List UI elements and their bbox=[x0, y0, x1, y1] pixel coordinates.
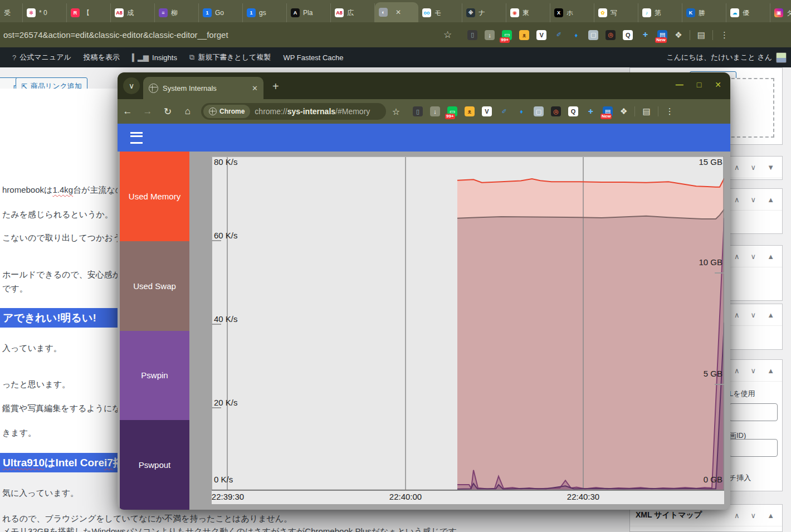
kebab-menu-icon[interactable]: ⋮ bbox=[666, 106, 674, 116]
browser-tab[interactable]: ♪第 bbox=[638, 3, 682, 22]
move-down-icon[interactable]: ∨ bbox=[751, 367, 756, 375]
bookmark-star-icon[interactable]: ☆ bbox=[443, 29, 452, 41]
admin-bar-item[interactable]: ?公式マニュアル bbox=[12, 52, 71, 62]
menu-icon[interactable] bbox=[130, 132, 143, 144]
v-extension-icon[interactable]: V bbox=[482, 106, 492, 116]
tab-search-chevron-button[interactable]: ∨ bbox=[123, 77, 140, 94]
address-bar[interactable]: ost=26574&action=edit&classic-editor&cla… bbox=[0, 30, 443, 40]
browser-tab[interactable]: ✻* 0 bbox=[23, 3, 67, 22]
plus-extension-icon[interactable]: ✚ bbox=[640, 30, 650, 40]
admin-bar-item[interactable]: ▍▂▆Insights bbox=[132, 53, 177, 62]
legend-item-pswpout[interactable]: Pswpout bbox=[120, 420, 189, 510]
greeting-text: こんにちは、たけいまこと さん bbox=[666, 52, 772, 62]
toggle-icon[interactable]: ▲ bbox=[767, 252, 774, 261]
pen-icon[interactable]: ✐ bbox=[554, 30, 564, 40]
hamster-icon[interactable]: ᴥ bbox=[465, 106, 475, 116]
move-down-icon[interactable]: ∨ bbox=[751, 511, 756, 520]
sys-internals-tab[interactable]: System Internals ✕ bbox=[143, 77, 263, 99]
camera-icon[interactable]: ◎ bbox=[551, 106, 561, 116]
forward-icon[interactable]: → bbox=[138, 106, 158, 117]
browser-tab[interactable]: ☁優 bbox=[726, 3, 770, 22]
new-tab-button[interactable]: + bbox=[272, 80, 279, 93]
browser-tab[interactable]: Xホ bbox=[550, 3, 594, 22]
browser-tab[interactable]: R【 bbox=[67, 3, 111, 22]
toggle-icon[interactable]: ▲ bbox=[767, 311, 774, 319]
move-up-icon[interactable]: ∧ bbox=[734, 196, 740, 204]
camera-icon[interactable]: ◎ bbox=[606, 30, 616, 40]
plus-extension-icon[interactable]: ✚ bbox=[585, 106, 595, 116]
move-down-icon[interactable]: ∨ bbox=[751, 196, 756, 204]
hamster-icon[interactable]: ᴥ bbox=[519, 30, 529, 40]
metabox-input[interactable] bbox=[729, 403, 778, 421]
tab-close-icon[interactable]: ✕ bbox=[396, 8, 401, 16]
admin-bar-item[interactable]: 投稿を表示 bbox=[84, 52, 120, 62]
chart-legend: Used MemoryUsed SwapPswpinPswpout bbox=[120, 152, 189, 510]
v-extension-icon[interactable]: V bbox=[536, 30, 546, 40]
reading-list-icon[interactable]: ▤ bbox=[642, 106, 650, 116]
toggle-icon[interactable]: ▲ bbox=[767, 196, 774, 204]
phone-extension-icon[interactable]: ▯ bbox=[413, 106, 423, 116]
download-icon[interactable]: ↓ bbox=[485, 30, 495, 40]
toggle-icon[interactable]: ▲ bbox=[767, 511, 774, 520]
browser-tab[interactable]: A8成 bbox=[111, 3, 155, 22]
close-button[interactable]: ✕ bbox=[715, 80, 721, 89]
line-extension-icon[interactable]: ▭99+ bbox=[447, 106, 457, 116]
toggle-icon[interactable]: ▲ bbox=[767, 367, 774, 375]
audio-q-icon[interactable]: Q bbox=[623, 30, 633, 40]
admin-bar-item[interactable]: WP Fastest Cache bbox=[283, 53, 343, 62]
tab-close-icon[interactable]: ✕ bbox=[252, 84, 258, 92]
map-pin-icon[interactable]: ♦ bbox=[516, 106, 526, 116]
move-down-icon[interactable]: ∨ bbox=[751, 311, 756, 319]
move-down-icon[interactable]: ∨ bbox=[751, 163, 756, 172]
home-icon[interactable]: ⌂ bbox=[178, 106, 198, 117]
browser-tab[interactable]: K勝 bbox=[682, 3, 726, 22]
puzzle-icon[interactable]: ❖ bbox=[620, 106, 627, 116]
browser-tab-active[interactable]: ◐✕ bbox=[375, 2, 418, 22]
reload-icon[interactable]: ↻ bbox=[158, 106, 178, 118]
legend-item-pswpin[interactable]: Pswpin bbox=[120, 331, 189, 421]
omnibox[interactable]: Chrome chrome://sys-internals/#Memory bbox=[201, 103, 386, 120]
move-up-icon[interactable]: ∧ bbox=[734, 367, 740, 375]
browser-tab[interactable]: 1Go bbox=[199, 3, 243, 22]
move-down-icon[interactable]: ∨ bbox=[751, 252, 756, 261]
clipboard-icon[interactable]: ▢ bbox=[534, 106, 544, 116]
browser-tab[interactable]: ◉東 bbox=[506, 3, 550, 22]
browser-tab[interactable]: 1gs bbox=[243, 3, 287, 22]
browser-tab[interactable]: A8広 bbox=[331, 3, 375, 22]
new-extension-icon[interactable]: ▤New bbox=[603, 106, 613, 116]
metabox-input[interactable] bbox=[729, 439, 778, 457]
reading-list-icon[interactable]: ▤ bbox=[697, 30, 705, 40]
map-pin-icon[interactable]: ♦ bbox=[571, 30, 581, 40]
browser-tab[interactable]: ooモ bbox=[418, 3, 462, 22]
wp-admin-bar-account[interactable]: こんにちは、たけいまこと さん bbox=[666, 52, 787, 63]
line-extension-icon[interactable]: ▭99+ bbox=[502, 30, 512, 40]
browser-tab[interactable]: APla bbox=[287, 3, 331, 22]
audio-q-icon[interactable]: Q bbox=[568, 106, 578, 116]
maximize-button[interactable]: □ bbox=[697, 80, 701, 89]
phone-extension-icon[interactable]: ▯ bbox=[467, 30, 477, 40]
admin-bar-item[interactable]: ⧉新規下書きとして複製 bbox=[189, 52, 271, 62]
y-axis-left-tick: 60 K/s bbox=[214, 231, 238, 240]
browser-tab[interactable]: 受 bbox=[0, 3, 23, 22]
clipboard-icon[interactable]: ▢ bbox=[588, 30, 598, 40]
puzzle-icon[interactable]: ❖ bbox=[675, 30, 682, 40]
move-up-icon[interactable]: ∧ bbox=[734, 311, 740, 319]
toggle-icon[interactable]: ▼ bbox=[767, 163, 774, 172]
move-up-icon[interactable]: ∧ bbox=[734, 511, 740, 520]
bookmark-star-icon[interactable]: ☆ bbox=[386, 106, 406, 117]
back-icon[interactable]: ← bbox=[118, 106, 138, 117]
browser-tab[interactable]: ≡柳 bbox=[155, 3, 199, 22]
browser-tab[interactable]: ✿写 bbox=[594, 3, 638, 22]
kebab-menu-icon[interactable]: ⋮ bbox=[720, 30, 729, 40]
browser-tab[interactable]: ▣タ bbox=[770, 3, 791, 22]
download-icon[interactable]: ↓ bbox=[430, 106, 440, 116]
legend-item-used-memory[interactable]: Used Memory bbox=[120, 152, 189, 241]
browser-tab[interactable]: ※ナ bbox=[462, 3, 506, 22]
avatar[interactable] bbox=[776, 52, 787, 63]
minimize-button[interactable]: — bbox=[676, 80, 683, 89]
new-extension-icon[interactable]: ▤New bbox=[657, 30, 667, 40]
legend-item-used-swap[interactable]: Used Swap bbox=[120, 241, 189, 331]
pen-icon[interactable]: ✐ bbox=[499, 106, 509, 116]
move-up-icon[interactable]: ∧ bbox=[734, 163, 740, 172]
move-up-icon[interactable]: ∧ bbox=[734, 252, 740, 261]
